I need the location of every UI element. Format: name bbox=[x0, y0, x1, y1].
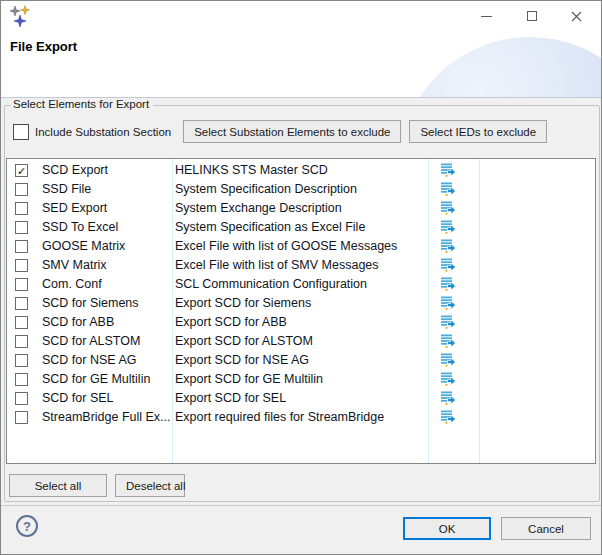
maximize-button[interactable] bbox=[509, 1, 554, 31]
options-row: Include Substation Section Select Substa… bbox=[13, 120, 555, 143]
table-row[interactable]: SCD for GE MultilinExport SCD for GE Mul… bbox=[7, 370, 595, 389]
row-description: HELINKS STS Master SCD bbox=[175, 163, 328, 177]
row-description: Export required files for StreamBridge bbox=[175, 410, 384, 424]
table-row[interactable]: Com. ConfSCL Communication Configuration bbox=[7, 275, 595, 294]
row-checkbox[interactable] bbox=[15, 392, 28, 405]
row-checkbox[interactable] bbox=[15, 240, 28, 253]
export-file-icon bbox=[440, 238, 456, 254]
row-name: SCD for Siemens bbox=[42, 296, 139, 310]
export-file-icon bbox=[440, 314, 456, 330]
footer-buttons: OK Cancel bbox=[403, 517, 591, 540]
deselect-all-button[interactable]: Deselect all bbox=[115, 474, 185, 497]
file-export-dialog: File Export Select Elements for Export I… bbox=[0, 0, 602, 555]
row-description: Export SCD for SEL bbox=[175, 391, 286, 405]
row-description: Export SCD for NSE AG bbox=[175, 353, 309, 367]
row-checkbox[interactable] bbox=[15, 221, 28, 234]
close-button[interactable] bbox=[554, 1, 599, 31]
select-ieds-button[interactable]: Select IEDs to exclude bbox=[409, 120, 547, 143]
checkbox-box[interactable] bbox=[13, 124, 29, 140]
row-name: Com. Conf bbox=[42, 277, 102, 291]
row-description: Export SCD for GE Multilin bbox=[175, 372, 323, 386]
footer-separator bbox=[1, 505, 601, 506]
dialog-banner: File Export bbox=[1, 1, 601, 98]
cancel-button[interactable]: Cancel bbox=[501, 517, 591, 540]
export-group-label: Select Elements for Export bbox=[11, 98, 153, 110]
row-name: SCD for NSE AG bbox=[42, 353, 136, 367]
minimize-icon bbox=[481, 16, 492, 17]
row-checkbox[interactable] bbox=[15, 335, 28, 348]
row-description: System Specification as Excel File bbox=[175, 220, 365, 234]
row-name: SMV Matrix bbox=[42, 258, 107, 272]
row-description: Export SCD for ALSTOM bbox=[175, 334, 313, 348]
row-checkbox[interactable] bbox=[15, 297, 28, 310]
select-substation-elements-button[interactable]: Select Substation Elements to exclude bbox=[183, 120, 401, 143]
export-file-icon bbox=[440, 276, 456, 292]
row-name: SCD for ABB bbox=[42, 315, 114, 329]
table-row[interactable]: SSD FileSystem Specification Description bbox=[7, 180, 595, 199]
table-row[interactable]: GOOSE MatrixExcel File with list of GOOS… bbox=[7, 237, 595, 256]
minimize-button[interactable] bbox=[464, 1, 509, 31]
row-name: SED Export bbox=[42, 201, 107, 215]
include-substation-label: Include Substation Section bbox=[35, 126, 171, 138]
maximize-icon bbox=[527, 11, 537, 21]
list-actions: Select all Deselect all bbox=[9, 474, 185, 497]
table-row[interactable]: SMV MatrixExcel File with list of SMV Me… bbox=[7, 256, 595, 275]
question-mark-icon: ? bbox=[23, 519, 31, 534]
include-substation-checkbox[interactable]: Include Substation Section bbox=[13, 124, 171, 140]
row-name: SCD for GE Multilin bbox=[42, 372, 150, 386]
row-name: StreamBridge Full Ex... bbox=[42, 410, 170, 424]
row-description: SCL Communication Configuration bbox=[175, 277, 367, 291]
table-row[interactable]: SCD for SELExport SCD for SEL bbox=[7, 389, 595, 408]
export-file-icon bbox=[440, 333, 456, 349]
row-description: Excel File with list of SMV Messages bbox=[175, 258, 379, 272]
row-name: SCD Export bbox=[42, 163, 108, 177]
header-decoration bbox=[399, 37, 601, 98]
row-checkbox[interactable] bbox=[15, 316, 28, 329]
row-name: SCD for ALSTOM bbox=[42, 334, 140, 348]
table-row[interactable]: StreamBridge Full Ex...Export required f… bbox=[7, 408, 595, 427]
row-name: SSD File bbox=[42, 182, 91, 196]
select-all-button[interactable]: Select all bbox=[9, 474, 107, 497]
export-file-icon bbox=[440, 409, 456, 425]
ok-button[interactable]: OK bbox=[403, 517, 491, 540]
export-file-icon bbox=[440, 352, 456, 368]
row-checkbox[interactable] bbox=[15, 411, 28, 424]
row-checkbox[interactable] bbox=[15, 259, 28, 272]
row-description: System Exchange Description bbox=[175, 201, 342, 215]
row-description: Excel File with list of GOOSE Messages bbox=[175, 239, 397, 253]
row-name: GOOSE Matrix bbox=[42, 239, 125, 253]
row-name: SCD for SEL bbox=[42, 391, 114, 405]
row-checkbox[interactable] bbox=[15, 373, 28, 386]
export-file-icon bbox=[440, 200, 456, 216]
export-file-icon bbox=[440, 162, 456, 178]
row-checkbox[interactable]: ✓ bbox=[15, 164, 28, 177]
export-table[interactable]: ✓SCD ExportHELINKS STS Master SCDSSD Fil… bbox=[6, 158, 596, 464]
row-name: SSD To Excel bbox=[42, 220, 118, 234]
row-description: System Specification Description bbox=[175, 182, 357, 196]
table-row[interactable]: SCD for ABBExport SCD for ABB bbox=[7, 313, 595, 332]
page-title: File Export bbox=[10, 39, 77, 54]
window-controls bbox=[464, 1, 599, 31]
export-file-icon bbox=[440, 181, 456, 197]
table-row[interactable]: ✓SCD ExportHELINKS STS Master SCD bbox=[7, 161, 595, 180]
close-icon bbox=[571, 11, 582, 22]
app-sparkles-icon bbox=[9, 5, 31, 27]
export-file-icon bbox=[440, 295, 456, 311]
help-button[interactable]: ? bbox=[16, 515, 38, 537]
table-row[interactable]: SCD for NSE AGExport SCD for NSE AG bbox=[7, 351, 595, 370]
export-file-icon bbox=[440, 257, 456, 273]
table-row[interactable]: SCD for SiemensExport SCD for Siemens bbox=[7, 294, 595, 313]
row-description: Export SCD for Siemens bbox=[175, 296, 311, 310]
table-row[interactable]: SSD To ExcelSystem Specification as Exce… bbox=[7, 218, 595, 237]
table-row[interactable]: SED ExportSystem Exchange Description bbox=[7, 199, 595, 218]
export-file-icon bbox=[440, 371, 456, 387]
row-description: Export SCD for ABB bbox=[175, 315, 287, 329]
row-checkbox[interactable] bbox=[15, 183, 28, 196]
row-checkbox[interactable] bbox=[15, 354, 28, 367]
export-file-icon bbox=[440, 219, 456, 235]
row-checkbox[interactable] bbox=[15, 202, 28, 215]
row-checkbox[interactable] bbox=[15, 278, 28, 291]
table-row[interactable]: SCD for ALSTOMExport SCD for ALSTOM bbox=[7, 332, 595, 351]
export-file-icon bbox=[440, 390, 456, 406]
